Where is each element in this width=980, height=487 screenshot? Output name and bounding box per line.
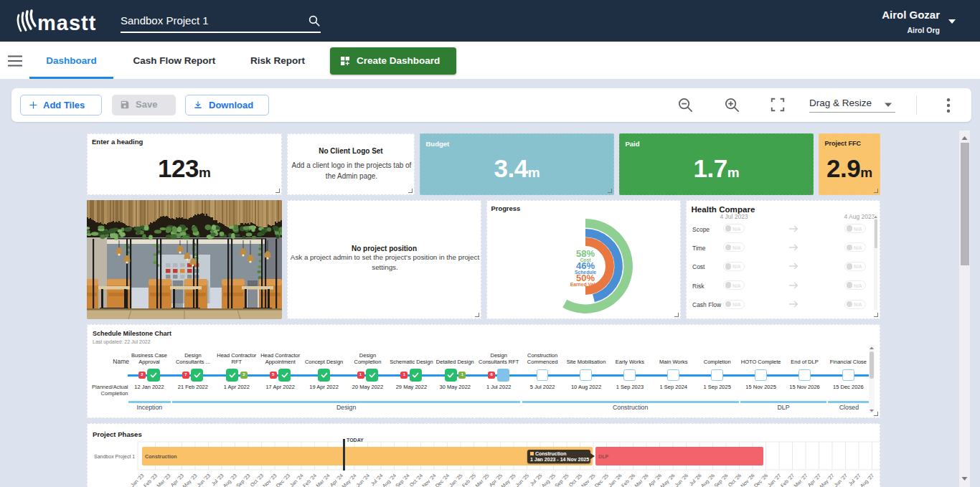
svg-text:Sep '26: Sep '26: [713, 473, 730, 487]
svg-text:Mar '25: Mar '25: [474, 473, 490, 487]
svg-text:Aug '27: Aug '27: [859, 473, 875, 487]
svg-text:Mar '26: Mar '26: [633, 473, 649, 487]
svg-text:Sep '24: Sep '24: [395, 473, 411, 487]
svg-text:Sep '23: Sep '23: [235, 473, 252, 487]
svg-text:Mar '27: Mar '27: [793, 473, 809, 487]
svg-text:Jun '26: Jun '26: [674, 473, 689, 487]
svg-text:Sep '25: Sep '25: [554, 473, 570, 487]
svg-text:Jun '24: Jun '24: [355, 473, 371, 487]
svg-text:Jun '23: Jun '23: [196, 473, 212, 487]
svg-text:Mar '24: Mar '24: [315, 473, 331, 487]
svg-text:Jun '27: Jun '27: [833, 473, 849, 487]
svg-text:Mar '23: Mar '23: [156, 473, 171, 487]
svg-text:Jun '25: Jun '25: [514, 473, 530, 487]
svg-text:mastt: mastt: [37, 11, 96, 34]
